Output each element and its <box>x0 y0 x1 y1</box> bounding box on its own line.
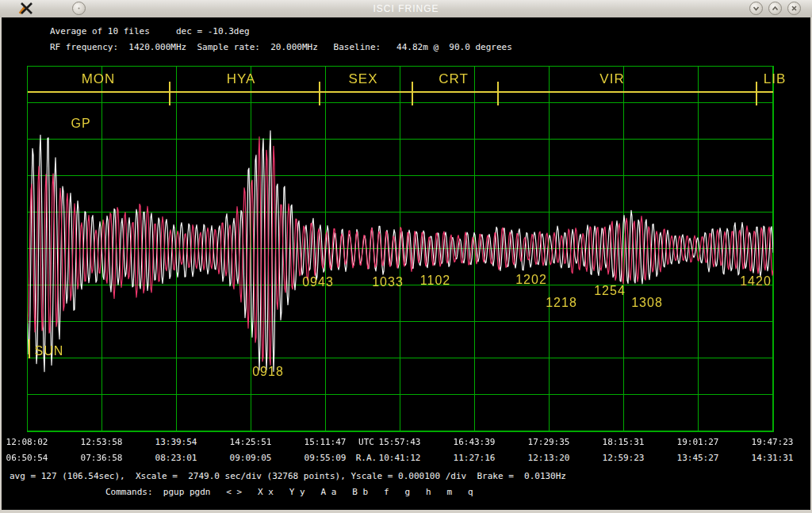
titlebar[interactable]: ISCI FRINGE <box>0 0 812 18</box>
time-tick-label: 16:43:39 <box>454 437 496 447</box>
time-tick-label: 13:39:54 <box>155 437 197 447</box>
source-label-0943: 0943 <box>302 275 334 289</box>
source-label-1218: 1218 <box>546 296 577 310</box>
ra-axis-unit-label: R.A. <box>356 453 377 463</box>
unshade-button[interactable] <box>768 2 782 15</box>
constellation-label-hya: HYA <box>227 71 256 87</box>
app-window: ISCI FRINGE Average of 10 files dec = -1… <box>0 0 812 513</box>
source-label-0918: 0918 <box>252 365 284 379</box>
time-tick-label: 06:50:54 <box>6 453 48 463</box>
window-border-bottom <box>0 510 812 513</box>
constellation-boundary-tick <box>412 82 413 105</box>
source-label-1033: 1033 <box>372 275 404 289</box>
time-tick-label: 15:57:43 <box>379 437 421 447</box>
time-tick-label: 12:53:58 <box>81 437 123 447</box>
sun-transit-tick <box>29 339 30 358</box>
status-line: avg = 127 (106.54sec), Xscale = 2749.0 s… <box>10 471 566 481</box>
commands-line: Commands: pgup pgdn < > X x Y y A a B b … <box>105 487 473 497</box>
time-tick-label: 14:25:51 <box>230 437 272 447</box>
source-label-1420: 1420 <box>740 274 772 289</box>
time-tick-label: 09:09:05 <box>230 453 272 463</box>
constellation-label-mon: MON <box>82 71 116 87</box>
source-label-gp: GP <box>71 117 90 131</box>
constellation-label-lib: LIB <box>764 71 787 87</box>
source-label-1254: 1254 <box>594 284 626 298</box>
constellation-boundary-tick <box>497 82 499 105</box>
time-tick-label: 12:13:20 <box>528 453 570 463</box>
chevron-down-icon <box>750 2 762 14</box>
constellation-axis-line <box>28 91 773 93</box>
header-rf-sample-baseline: RF frequency: 1420.000MHz Sample rate: 2… <box>50 42 512 52</box>
source-label-sun: SUN <box>35 344 64 358</box>
source-label-1102: 1102 <box>420 274 450 288</box>
time-tick-label: 09:55:09 <box>304 453 347 463</box>
source-label-1202: 1202 <box>515 273 547 287</box>
source-label-1308: 1308 <box>631 296 663 310</box>
time-tick-label: 13:45:27 <box>677 453 719 463</box>
time-tick-label: 11:27:16 <box>454 453 496 463</box>
time-tick-label: 07:36:58 <box>81 453 123 463</box>
time-tick-label: 17:29:35 <box>528 437 570 447</box>
constellation-label-crt: CRT <box>439 71 469 87</box>
time-tick-label: 10:41:12 <box>379 453 421 463</box>
close-button[interactable] <box>787 2 801 15</box>
time-tick-label: 15:11:47 <box>304 437 347 447</box>
time-tick-label: 18:15:31 <box>603 437 645 447</box>
window-title: ISCI FRINGE <box>0 3 812 14</box>
fringe-traces-canvas <box>28 67 773 431</box>
utc-axis-unit-label: UTC <box>358 437 374 447</box>
fringe-plot: MONHYASEXCRTVIRLIB GPSUN0918094310331102… <box>27 66 774 432</box>
time-tick-label: 14:31:31 <box>752 453 794 463</box>
constellation-boundary-tick <box>756 82 757 105</box>
close-icon <box>788 2 800 14</box>
constellation-label-sex: SEX <box>348 71 377 87</box>
chevron-up-icon <box>769 2 781 14</box>
time-tick-label: 19:01:27 <box>677 437 719 447</box>
constellation-label-vir: VIR <box>599 71 624 87</box>
time-tick-label: 19:47:23 <box>752 437 794 447</box>
time-tick-label: 08:23:01 <box>155 453 197 463</box>
time-tick-label: 12:59:23 <box>603 453 645 463</box>
time-tick-label: 12:08:02 <box>6 437 48 447</box>
header-average-dec: Average of 10 files dec = -10.3deg <box>50 26 250 36</box>
shade-button[interactable] <box>749 2 763 15</box>
constellation-boundary-tick <box>169 82 170 105</box>
constellation-boundary-tick <box>319 82 320 105</box>
window-border-left <box>0 17 2 510</box>
